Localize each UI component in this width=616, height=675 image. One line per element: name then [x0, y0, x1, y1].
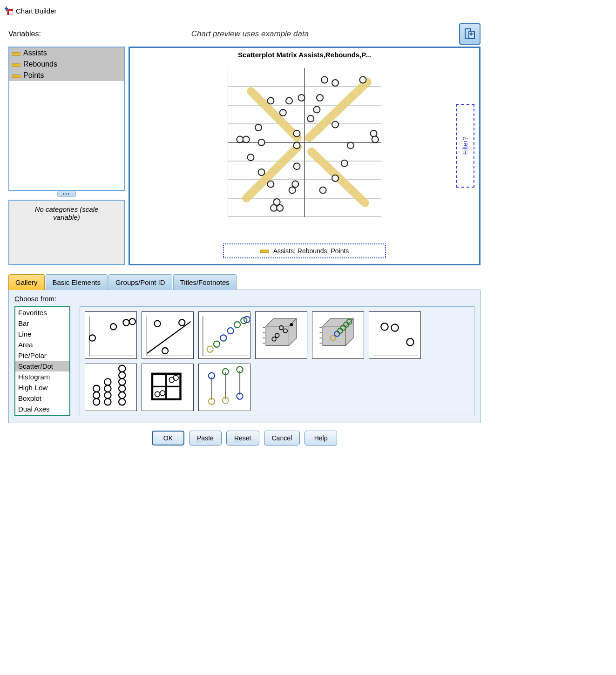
- svg-point-73: [129, 318, 135, 324]
- thumb-scatter-fit-line[interactable]: [142, 311, 194, 359]
- svg-point-53: [359, 77, 366, 83]
- svg-point-84: [214, 341, 220, 347]
- thumb-grouped-scatter[interactable]: [198, 311, 250, 359]
- thumb-3d-scatter[interactable]: [255, 311, 307, 359]
- categories-panel: No categories (scale variable): [8, 200, 125, 265]
- svg-point-43: [292, 181, 298, 188]
- thumb-scatter-matrix[interactable]: [142, 364, 194, 411]
- chart-type-histogram[interactable]: Histogram: [15, 371, 69, 382]
- svg-point-52: [332, 80, 338, 86]
- svg-point-78: [154, 320, 160, 326]
- svg-point-85: [220, 335, 226, 341]
- svg-point-56: [332, 122, 338, 128]
- svg-point-141: [173, 375, 178, 380]
- svg-point-87: [234, 321, 240, 327]
- svg-point-40: [274, 199, 280, 205]
- ruler-icon: [12, 73, 20, 78]
- chart-type-boxplot[interactable]: Boxplot: [15, 393, 69, 404]
- tab-groups-point-id[interactable]: Groups/Point ID: [108, 274, 172, 290]
- thumb-grouped-3d-scatter[interactable]: [312, 311, 364, 359]
- chart-preview-canvas[interactable]: Scatterplot Matrix Assists,Rebounds,P...: [129, 47, 481, 265]
- svg-point-35: [258, 139, 265, 146]
- preview-note: Chart preview uses example data: [41, 29, 459, 39]
- variables-list[interactable]: AssistsReboundsPoints: [8, 47, 125, 191]
- svg-point-63: [307, 115, 314, 122]
- variable-item[interactable]: Points: [9, 70, 124, 81]
- svg-point-122: [93, 398, 100, 405]
- svg-point-57: [371, 130, 377, 137]
- ruler-icon: [260, 248, 269, 254]
- svg-point-64: [255, 124, 262, 131]
- variable-label: Assists: [23, 49, 47, 57]
- dropzone-vars-text: Assists; Rebounds; Points: [273, 247, 349, 255]
- thumb-drop-line[interactable]: [198, 364, 250, 411]
- svg-point-44: [294, 163, 300, 169]
- help-button[interactable]: Help: [305, 431, 337, 446]
- variable-item[interactable]: Rebounds: [9, 59, 124, 70]
- svg-point-118: [381, 323, 388, 330]
- tab-gallery[interactable]: Gallery: [8, 274, 45, 290]
- svg-point-39: [271, 205, 277, 211]
- chart-type-bar[interactable]: Bar: [15, 318, 69, 329]
- svg-point-126: [104, 392, 111, 398]
- svg-point-54: [317, 94, 323, 101]
- svg-point-72: [123, 319, 129, 325]
- filter-dropzone[interactable]: Filter?: [456, 104, 474, 188]
- gallery-panel: Choose from: FavoritesBarLineAreaPie/Pol…: [8, 290, 481, 423]
- variable-label: Rebounds: [23, 60, 57, 68]
- svg-point-71: [110, 324, 116, 330]
- svg-point-127: [104, 385, 111, 392]
- variable-item[interactable]: Assists: [9, 47, 124, 59]
- chart-type-line[interactable]: Line: [15, 329, 69, 339]
- chart-type-area[interactable]: Area: [15, 339, 69, 350]
- chart-type-dual-axes[interactable]: Dual Axes: [15, 404, 69, 414]
- chart-type-list[interactable]: FavoritesBarLineAreaPie/PolarScatter/Dot…: [14, 306, 70, 416]
- matrix-variables-dropzone[interactable]: Assists; Rebounds; Points: [223, 243, 386, 258]
- svg-point-46: [294, 130, 300, 137]
- chart-type-pie-polar[interactable]: Pie/Polar: [15, 350, 69, 361]
- svg-rect-11: [12, 64, 20, 67]
- svg-point-47: [286, 97, 292, 104]
- chart-title: Scatterplot Matrix Assists,Rebounds,P...: [133, 51, 476, 59]
- svg-point-124: [93, 385, 100, 392]
- svg-rect-7: [12, 53, 20, 55]
- tab-titles-footnotes[interactable]: Titles/Footnotes: [173, 274, 237, 290]
- chart-type-high-low[interactable]: High-Low: [15, 382, 69, 393]
- svg-point-61: [332, 175, 338, 182]
- svg-point-83: [207, 346, 213, 352]
- thumb-dot-plot[interactable]: [85, 364, 137, 411]
- thumb-simple-dot[interactable]: [369, 311, 421, 359]
- option-tabs: GalleryBasic ElementsGroups/Point IDTitl…: [8, 274, 484, 290]
- ruler-icon: [12, 50, 20, 56]
- svg-point-134: [119, 365, 125, 371]
- thumb-simple-scatter[interactable]: [85, 311, 137, 359]
- tab-basic-elements[interactable]: Basic Elements: [46, 274, 108, 290]
- svg-point-36: [248, 154, 254, 161]
- svg-rect-2: [7, 9, 9, 15]
- svg-point-80: [162, 347, 168, 353]
- svg-point-49: [280, 109, 286, 116]
- svg-point-50: [267, 97, 274, 104]
- svg-point-98: [290, 323, 293, 326]
- window-title: Chart Builder: [16, 7, 57, 15]
- svg-point-79: [179, 319, 185, 325]
- reset-button[interactable]: Reset: [226, 431, 259, 446]
- svg-point-86: [228, 328, 234, 334]
- collapse-properties-button[interactable]: [459, 23, 481, 45]
- svg-point-41: [277, 205, 283, 211]
- cancel-button[interactable]: Cancel: [264, 431, 300, 446]
- svg-point-33: [237, 136, 243, 143]
- paste-button[interactable]: Paste: [189, 431, 222, 446]
- chart-type-scatter-dot[interactable]: Scatter/Dot: [15, 361, 69, 371]
- svg-point-42: [289, 187, 296, 193]
- ok-button[interactable]: OK: [152, 431, 184, 446]
- svg-point-60: [341, 160, 348, 167]
- svg-point-139: [160, 391, 165, 396]
- variables-label: Variables:: [8, 30, 41, 38]
- splitter-handle[interactable]: •••: [57, 191, 76, 197]
- chart-type-favorites[interactable]: Favorites: [15, 307, 69, 318]
- svg-point-132: [119, 378, 125, 385]
- svg-point-133: [119, 371, 125, 378]
- choose-from-label: Choose from:: [14, 295, 474, 303]
- svg-rect-15: [12, 75, 20, 78]
